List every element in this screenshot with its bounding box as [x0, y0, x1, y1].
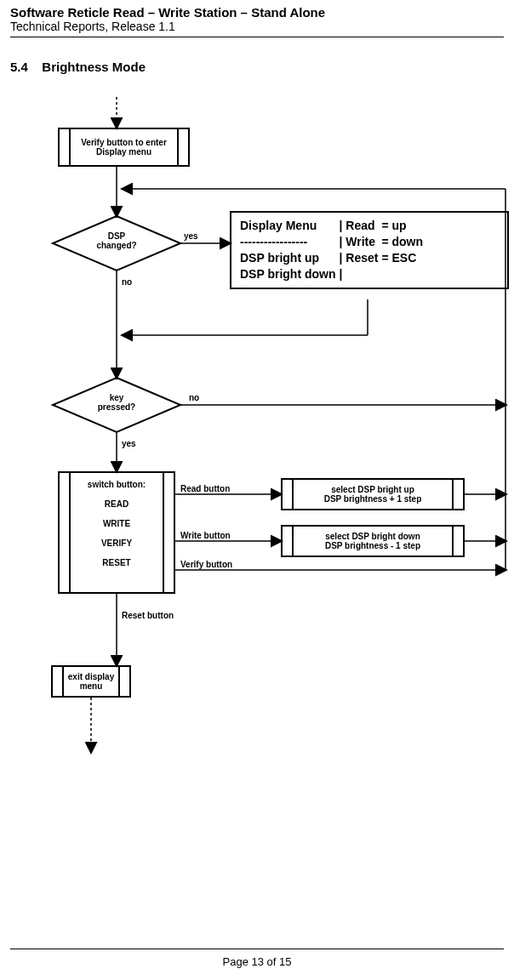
section-number: 5.4	[10, 60, 28, 74]
label-write-button: Write button	[180, 531, 231, 540]
dm-r1c2: | Write	[340, 234, 382, 250]
dm-r3c2: |	[340, 266, 382, 282]
decision-dsp-l1: DSP	[108, 231, 126, 241]
exit-l2: menu	[80, 681, 103, 691]
dm-r1c3: = down	[381, 234, 426, 250]
bright-up-l1: select DSP bright up	[331, 485, 414, 494]
label-yes-2: yes	[122, 439, 136, 448]
dm-r2c1: DSP bright up	[240, 250, 340, 266]
decision-dsp-changed: DSP changed?	[83, 231, 151, 250]
bright-down-l2: DSP brightness - 1 step	[325, 541, 420, 550]
label-yes-1: yes	[184, 231, 198, 241]
label-no-1: no	[122, 277, 132, 287]
switch-item-write: WRITE	[60, 519, 174, 528]
page-footer: Page 13 of 15	[0, 955, 514, 968]
label-verify-button: Verify button	[180, 560, 232, 569]
process-bright-down: select DSP bright down DSP brightness - …	[281, 525, 465, 557]
decision-key-pressed: key pressed?	[83, 393, 151, 412]
switch-item-read: READ	[60, 499, 174, 509]
switch-item-verify: VERIFY	[60, 538, 174, 548]
dm-r3c3	[381, 266, 426, 282]
header-subtitle: Technical Reports, Release 1.1	[10, 20, 504, 33]
process-verify-entry-l1: Verify button to enter	[81, 138, 167, 147]
bright-up-l2: DSP brightness + 1 step	[324, 494, 422, 504]
dm-r1c1: -----------------	[240, 234, 340, 250]
decision-dsp-l2: changed?	[96, 241, 136, 250]
decision-key-l2: pressed?	[98, 402, 135, 412]
label-reset-button: Reset button	[122, 611, 174, 620]
flowchart-diagram: Verify button to enter Display menu DSP …	[10, 97, 512, 795]
dm-r3c1: DSP bright down	[240, 266, 340, 282]
bright-down-l1: select DSP bright down	[325, 532, 420, 541]
dm-r2c3: = ESC	[381, 250, 426, 266]
label-no-2: no	[189, 393, 199, 402]
header-rule	[10, 37, 504, 37]
switch-title: switch button:	[60, 480, 174, 489]
header-title: Software Reticle Read – Write Station – …	[10, 5, 504, 20]
display-menu-table: Display Menu| Read= up -----------------…	[240, 218, 426, 282]
switch-button-box: switch button: READ WRITE VERIFY RESET	[58, 471, 175, 594]
process-verify-entry: Verify button to enter Display menu	[58, 128, 190, 167]
process-exit-menu: exit display menu	[51, 665, 131, 698]
section-title: Brightness Mode	[42, 60, 146, 74]
switch-item-reset: RESET	[60, 558, 174, 567]
dm-r0c2: | Read	[340, 218, 382, 234]
process-verify-entry-l2: Display menu	[96, 147, 151, 157]
dm-r0c3: = up	[381, 218, 426, 234]
process-bright-up: select DSP bright up DSP brightness + 1 …	[281, 478, 465, 510]
footer-rule	[10, 949, 504, 949]
dm-r2c2: | Reset	[340, 250, 382, 266]
decision-key-l1: key	[110, 393, 124, 402]
display-menu-panel: Display Menu| Read= up -----------------…	[230, 211, 509, 289]
dm-r0c1: Display Menu	[240, 218, 340, 234]
label-read-button: Read button	[180, 484, 230, 493]
exit-l1: exit display	[68, 672, 114, 681]
